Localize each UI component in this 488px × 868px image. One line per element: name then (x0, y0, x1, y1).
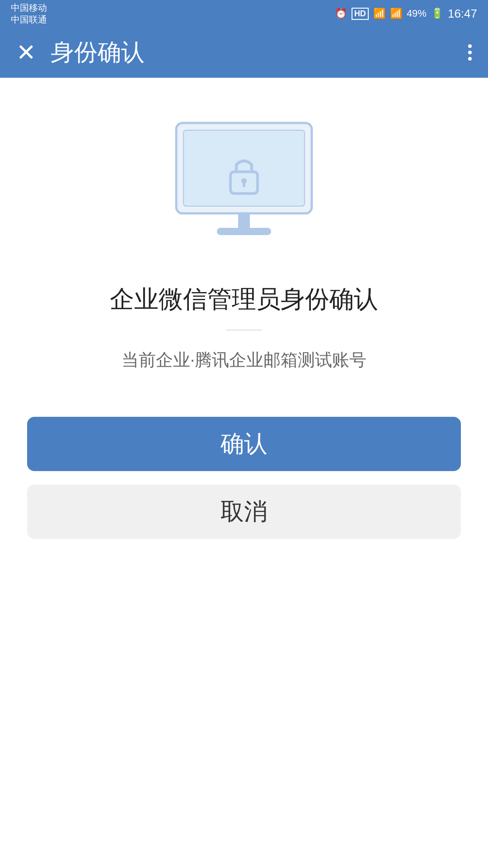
status-bar: 中国移动 中国联通 ⏰ HD 📶 📶 49% 🔋 16:47 (0, 0, 488, 27)
more-dot-2 (468, 51, 472, 54)
more-button[interactable] (468, 44, 472, 61)
page-subtitle: 当前企业·腾讯企业邮箱测试账号 (122, 349, 367, 372)
more-dot-1 (468, 44, 472, 48)
battery-icon: 🔋 (431, 8, 443, 19)
carrier1: 中国移动 (11, 2, 47, 14)
more-dot-3 (468, 57, 472, 61)
time: 16:47 (448, 7, 477, 21)
monitor-lock-svg (167, 114, 321, 250)
hd-icon: HD (352, 8, 369, 20)
app-bar-title: 身份确认 (51, 37, 145, 68)
app-bar-left: ✕ 身份确认 (16, 37, 145, 68)
main-content: 企业微信管理员身份确认 当前企业·腾讯企业邮箱测试账号 确认 取消 (0, 78, 488, 566)
svg-rect-6 (217, 228, 271, 235)
svg-rect-4 (243, 181, 245, 187)
carrier2: 中国联通 (11, 14, 47, 25)
divider (226, 330, 262, 330)
signal-icon: 📶 (390, 8, 402, 19)
app-bar: ✕ 身份确认 (0, 27, 488, 78)
status-right: ⏰ HD 📶 📶 49% 🔋 16:47 (335, 7, 477, 21)
carrier-info: 中国移动 中国联通 (11, 2, 47, 25)
page-title: 企业微信管理员身份确认 (110, 283, 378, 316)
alarm-icon: ⏰ (335, 8, 347, 19)
svg-rect-5 (238, 213, 250, 229)
monitor-illustration (167, 114, 321, 251)
confirm-button[interactable]: 确认 (27, 417, 461, 471)
cancel-button[interactable]: 取消 (27, 485, 461, 539)
battery-percent: 49% (407, 8, 427, 19)
wifi-icon: 📶 (373, 8, 385, 19)
close-button[interactable]: ✕ (16, 41, 36, 64)
